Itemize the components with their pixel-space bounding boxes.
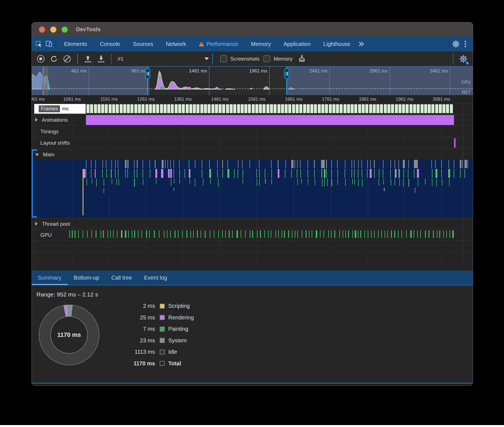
frame-block[interactable] [410, 104, 413, 113]
flame-event[interactable] [102, 169, 103, 178]
frame-block[interactable] [145, 104, 148, 113]
flame-event[interactable] [285, 160, 286, 168]
zoom-window-button[interactable] [62, 27, 68, 33]
frame-block[interactable] [424, 104, 427, 113]
gpu-event[interactable] [225, 230, 226, 238]
gpu-event[interactable] [222, 230, 223, 238]
gpu-event[interactable] [218, 230, 219, 238]
flame-event[interactable] [95, 169, 96, 178]
frame-block[interactable] [208, 104, 211, 113]
flame-event[interactable] [295, 160, 295, 168]
flame-event[interactable] [149, 160, 150, 168]
flame-event[interactable] [111, 160, 112, 168]
flame-event[interactable] [337, 179, 338, 185]
gpu-event[interactable] [175, 230, 175, 238]
frame-block[interactable] [186, 104, 189, 113]
gpu-event[interactable] [214, 230, 214, 238]
flame-event[interactable] [331, 160, 332, 168]
flame-event[interactable] [337, 160, 338, 168]
kebab-menu-icon[interactable] [461, 39, 470, 49]
flame-event[interactable] [399, 179, 400, 186]
details-tab-summary[interactable]: Summary [32, 270, 68, 285]
gpu-event[interactable] [348, 230, 349, 238]
frame-block[interactable] [164, 104, 167, 113]
flame-event[interactable] [115, 169, 116, 178]
gpu-event[interactable] [250, 230, 250, 238]
flame-event[interactable] [418, 179, 418, 186]
frame-block[interactable] [296, 104, 299, 113]
device-toolbar-icon[interactable] [44, 39, 54, 49]
flame-event[interactable] [168, 169, 170, 178]
flame-event[interactable] [308, 179, 308, 185]
flame-event[interactable] [414, 169, 414, 178]
flame-event[interactable] [300, 169, 301, 178]
gpu-event[interactable] [410, 230, 412, 238]
flame-event[interactable] [331, 169, 332, 178]
frame-block[interactable] [109, 104, 112, 113]
frame-block[interactable] [178, 104, 181, 113]
flame-event[interactable] [448, 169, 450, 178]
gpu-event[interactable] [178, 230, 179, 238]
flame-event[interactable] [111, 169, 111, 178]
gpu-event[interactable] [439, 230, 440, 238]
gpu-event[interactable] [302, 230, 302, 238]
flame-event[interactable] [115, 160, 116, 168]
gpu-event[interactable] [164, 230, 164, 238]
flame-event[interactable] [137, 160, 137, 168]
frame-block[interactable] [222, 104, 225, 113]
flame-event[interactable] [119, 179, 119, 186]
gpu-event[interactable] [78, 230, 79, 238]
gpu-event[interactable] [257, 230, 258, 238]
flame-event[interactable] [118, 169, 119, 178]
details-tab-event-log[interactable]: Event log [138, 270, 173, 285]
selection-right-handle[interactable] [284, 68, 289, 79]
flame-event[interactable] [174, 188, 174, 191]
flame-event[interactable] [222, 169, 223, 178]
flame-event[interactable] [134, 169, 135, 178]
timeline-tracks[interactable]: 961 ms1061 ms1161 ms1261 ms1361 ms1461 m… [32, 95, 473, 270]
gpu-event[interactable] [278, 230, 279, 238]
flame-event[interactable] [362, 179, 363, 187]
frame-block[interactable] [226, 104, 229, 113]
flame-event[interactable] [209, 160, 210, 168]
flame-event[interactable] [297, 169, 297, 178]
flame-event[interactable] [278, 160, 278, 168]
flame-event[interactable] [174, 160, 174, 168]
gpu-event[interactable] [128, 230, 129, 238]
flame-event[interactable] [118, 160, 118, 168]
flame-event[interactable] [257, 179, 257, 186]
flame-event[interactable] [367, 160, 368, 168]
flame-event[interactable] [417, 160, 417, 168]
gpu-event[interactable] [371, 230, 372, 238]
capture-settings-gear-icon[interactable] [458, 53, 469, 64]
gpu-event[interactable] [264, 230, 265, 238]
gpu-event[interactable] [381, 230, 382, 238]
flame-event[interactable] [431, 160, 432, 168]
flame-event[interactable] [265, 169, 265, 178]
track-thread-pool[interactable]: Thread pool [35, 221, 70, 227]
track-timings[interactable]: Timings [40, 129, 59, 135]
flame-event[interactable] [351, 169, 352, 178]
flame-event[interactable] [390, 169, 391, 178]
frame-block[interactable] [277, 104, 280, 113]
flame-event[interactable] [238, 169, 238, 178]
flame-event[interactable] [271, 160, 272, 168]
frame-block[interactable] [376, 104, 379, 113]
gpu-event[interactable] [229, 230, 229, 238]
flame-event[interactable] [155, 160, 155, 168]
flame-event[interactable] [86, 169, 86, 178]
gpu-event[interactable] [154, 230, 154, 238]
frame-block[interactable] [362, 104, 365, 113]
flame-event[interactable] [374, 169, 375, 178]
frame-block[interactable] [237, 104, 240, 113]
flame-event[interactable] [374, 160, 374, 168]
gpu-event[interactable] [385, 230, 385, 238]
gpu-event[interactable] [113, 230, 114, 238]
selection-left-handle[interactable] [145, 68, 150, 79]
flame-event[interactable] [291, 169, 292, 178]
flame-event[interactable] [448, 160, 449, 168]
gpu-event[interactable] [334, 230, 335, 238]
animations-bar[interactable] [86, 115, 454, 125]
flame-event[interactable] [259, 179, 260, 186]
flame-event[interactable] [398, 160, 399, 168]
